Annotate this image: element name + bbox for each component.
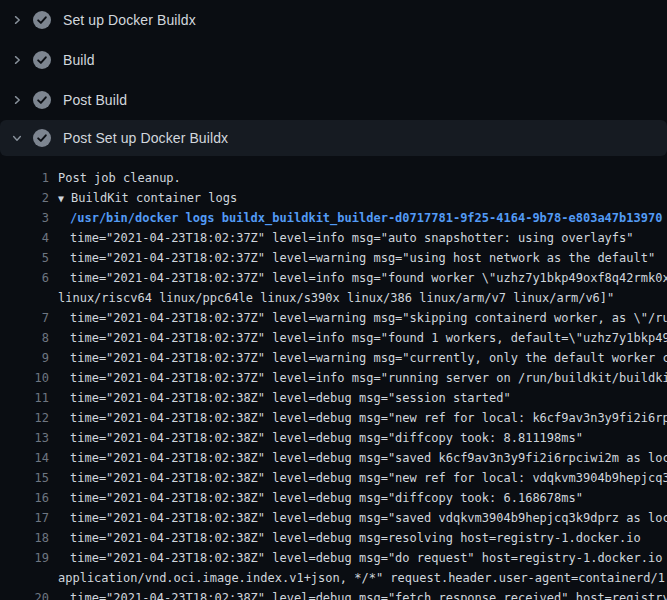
log-line-text: /usr/bin/docker logs buildx_buildkit_bui… bbox=[58, 208, 662, 228]
log-line: 3 /usr/bin/docker logs buildx_buildkit_b… bbox=[0, 208, 667, 228]
log-line-text: time="2021-04-23T18:02:38Z" level=debug … bbox=[58, 408, 667, 428]
log-line-number[interactable]: 7 bbox=[0, 308, 49, 328]
log-line-number[interactable]: 8 bbox=[0, 328, 49, 348]
log-line-number[interactable]: 15 bbox=[0, 468, 49, 488]
log-line: 5 time="2021-04-23T18:02:37Z" level=warn… bbox=[0, 248, 667, 268]
log-line: 16 time="2021-04-23T18:02:38Z" level=deb… bbox=[0, 488, 667, 508]
log-line: 13 time="2021-04-23T18:02:38Z" level=deb… bbox=[0, 428, 667, 448]
log-line: 19 time="2021-04-23T18:02:38Z" level=deb… bbox=[0, 548, 667, 568]
log-line: 6 time="2021-04-23T18:02:37Z" level=info… bbox=[0, 268, 667, 288]
log-line-number[interactable]: 1 bbox=[0, 168, 49, 188]
log-line: 2 ▼BuildKit container logs bbox=[0, 188, 667, 208]
log-line-number[interactable]: 13 bbox=[0, 428, 49, 448]
log-line-number[interactable]: 6 bbox=[0, 268, 49, 288]
log-line-text: ▼BuildKit container logs bbox=[58, 188, 237, 208]
log-line-number[interactable] bbox=[0, 568, 49, 588]
log-line-number[interactable]: 16 bbox=[0, 488, 49, 508]
log-line: 14 time="2021-04-23T18:02:38Z" level=deb… bbox=[0, 448, 667, 468]
log-line-number[interactable]: 9 bbox=[0, 348, 49, 368]
log-line: 10 time="2021-04-23T18:02:37Z" level=inf… bbox=[0, 368, 667, 388]
step-label: Set up Docker Buildx bbox=[63, 12, 196, 28]
group-toggle-icon[interactable]: ▼ bbox=[58, 193, 64, 204]
log-line: 20 time="2021-04-23T18:02:38Z" level=deb… bbox=[0, 588, 667, 600]
log-line-number[interactable]: 5 bbox=[0, 248, 49, 268]
log-line-text: linux/riscv64 linux/ppc64le linux/s390x … bbox=[58, 288, 614, 308]
log-line: 1 Post job cleanup. bbox=[0, 168, 667, 188]
log-line: application/vnd.oci.image.index.v1+json,… bbox=[0, 568, 667, 588]
step-label: Post Set up Docker Buildx bbox=[63, 130, 228, 146]
log-line-number[interactable]: 2 bbox=[0, 188, 49, 208]
group-title[interactable]: BuildKit container logs bbox=[71, 191, 237, 205]
log-line-number[interactable] bbox=[0, 288, 49, 308]
log-line-text: time="2021-04-23T18:02:38Z" level=debug … bbox=[58, 388, 511, 408]
chevron-right-icon[interactable] bbox=[9, 92, 25, 108]
log-line-text: Post job cleanup. bbox=[58, 168, 181, 188]
log-line-text: time="2021-04-23T18:02:37Z" level=warnin… bbox=[58, 348, 667, 368]
log-line-number[interactable]: 14 bbox=[0, 448, 49, 468]
log-line-text: time="2021-04-23T18:02:37Z" level=warnin… bbox=[58, 248, 655, 268]
log-line-text: time="2021-04-23T18:02:38Z" level=debug … bbox=[58, 588, 667, 600]
log-line: 11 time="2021-04-23T18:02:38Z" level=deb… bbox=[0, 388, 667, 408]
log-line-text: time="2021-04-23T18:02:38Z" level=debug … bbox=[58, 528, 641, 548]
log-line-number[interactable]: 18 bbox=[0, 528, 49, 548]
log-line-text: time="2021-04-23T18:02:37Z" level=info m… bbox=[58, 368, 667, 388]
log-line-text: time="2021-04-23T18:02:38Z" level=debug … bbox=[58, 428, 583, 448]
log-line-number[interactable]: 11 bbox=[0, 388, 49, 408]
log-line-text: time="2021-04-23T18:02:37Z" level=info m… bbox=[58, 328, 667, 348]
step-label: Post Build bbox=[63, 92, 127, 108]
chevron-down-icon[interactable] bbox=[9, 130, 25, 146]
log-line-text: time="2021-04-23T18:02:38Z" level=debug … bbox=[58, 468, 667, 488]
check-circle-icon bbox=[33, 91, 51, 109]
log-line: linux/riscv64 linux/ppc64le linux/s390x … bbox=[0, 288, 667, 308]
log-line-text: time="2021-04-23T18:02:38Z" level=debug … bbox=[58, 488, 583, 508]
check-circle-icon bbox=[33, 129, 51, 147]
log-line-number[interactable]: 19 bbox=[0, 548, 49, 568]
log-line: 17 time="2021-04-23T18:02:38Z" level=deb… bbox=[0, 508, 667, 528]
log-line-number[interactable]: 17 bbox=[0, 508, 49, 528]
step-row-1[interactable]: Build bbox=[0, 40, 667, 80]
log-line-text: time="2021-04-23T18:02:38Z" level=debug … bbox=[58, 448, 667, 468]
log-line-text: time="2021-04-23T18:02:37Z" level=warnin… bbox=[58, 308, 667, 328]
check-circle-icon bbox=[33, 11, 51, 29]
log-line-text: time="2021-04-23T18:02:37Z" level=info m… bbox=[58, 228, 634, 248]
log-output: 1 Post job cleanup. 2 ▼BuildKit containe… bbox=[0, 156, 667, 600]
log-line-text: time="2021-04-23T18:02:38Z" level=debug … bbox=[58, 548, 667, 568]
check-circle-icon bbox=[33, 51, 51, 69]
steps-list: Set up Docker Buildx Build P bbox=[0, 0, 667, 156]
chevron-right-icon[interactable] bbox=[9, 12, 25, 28]
log-line: 18 time="2021-04-23T18:02:38Z" level=deb… bbox=[0, 528, 667, 548]
log-line: 7 time="2021-04-23T18:02:37Z" level=warn… bbox=[0, 308, 667, 328]
log-line: 12 time="2021-04-23T18:02:38Z" level=deb… bbox=[0, 408, 667, 428]
step-row-3[interactable]: Post Set up Docker Buildx bbox=[0, 120, 667, 156]
log-line-number[interactable]: 10 bbox=[0, 368, 49, 388]
chevron-right-icon[interactable] bbox=[9, 52, 25, 68]
log-line-text: application/vnd.oci.image.index.v1+json,… bbox=[58, 568, 667, 588]
log-line-number[interactable]: 20 bbox=[0, 588, 49, 600]
actions-log-viewer: Set up Docker Buildx Build P bbox=[0, 0, 667, 600]
step-label: Build bbox=[63, 52, 95, 68]
log-line-text: time="2021-04-23T18:02:38Z" level=debug … bbox=[58, 508, 667, 528]
step-row-2[interactable]: Post Build bbox=[0, 80, 667, 120]
log-line-number[interactable]: 12 bbox=[0, 408, 49, 428]
log-line: 4 time="2021-04-23T18:02:37Z" level=info… bbox=[0, 228, 667, 248]
log-line-number[interactable]: 3 bbox=[0, 208, 49, 228]
log-line: 15 time="2021-04-23T18:02:38Z" level=deb… bbox=[0, 468, 667, 488]
log-line-number[interactable]: 4 bbox=[0, 228, 49, 248]
step-row-0[interactable]: Set up Docker Buildx bbox=[0, 0, 667, 40]
log-line-text: time="2021-04-23T18:02:37Z" level=info m… bbox=[58, 268, 667, 288]
log-line: 8 time="2021-04-23T18:02:37Z" level=info… bbox=[0, 328, 667, 348]
log-line: 9 time="2021-04-23T18:02:37Z" level=warn… bbox=[0, 348, 667, 368]
